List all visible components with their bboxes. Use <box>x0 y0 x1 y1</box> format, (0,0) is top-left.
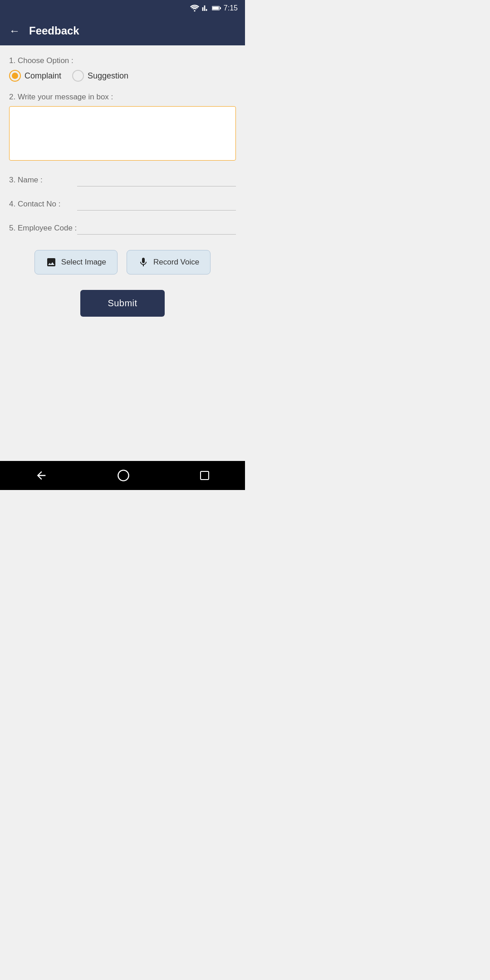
select-image-button[interactable]: Select Image <box>34 250 118 274</box>
signal-icon <box>202 5 209 12</box>
submit-button[interactable]: Submit <box>80 290 164 317</box>
section-message: 2. Write your message in box : <box>9 93 236 162</box>
nav-back-button[interactable] <box>35 469 48 482</box>
section-choose-option: 1. Choose Option : Complaint Suggestion <box>9 56 236 82</box>
submit-row: Submit <box>9 290 236 317</box>
nav-home-icon <box>117 469 130 482</box>
nav-back-icon <box>35 469 48 482</box>
section1-label: 1. Choose Option : <box>9 56 236 65</box>
status-time: 7:15 <box>224 4 238 12</box>
action-buttons-row: Select Image Record Voice <box>9 250 236 274</box>
radio-group: Complaint Suggestion <box>9 70 236 82</box>
select-image-label: Select Image <box>61 258 106 267</box>
employee-input[interactable] <box>77 221 236 235</box>
section-employee: 5. Employee Code : <box>9 221 236 235</box>
svg-rect-1 <box>220 7 221 9</box>
record-voice-button[interactable]: Record Voice <box>127 250 211 274</box>
complaint-radio[interactable] <box>9 70 21 82</box>
wifi-icon <box>190 5 199 12</box>
contact-label: 4. Contact No : <box>9 200 77 209</box>
battery-icon <box>212 5 221 11</box>
svg-rect-2 <box>212 7 219 10</box>
nav-recent-button[interactable] <box>199 470 210 481</box>
toolbar: ← Feedback <box>0 16 245 45</box>
nav-bar <box>0 461 245 490</box>
microphone-icon <box>138 257 149 268</box>
employee-label: 5. Employee Code : <box>9 224 77 233</box>
complaint-label: Complaint <box>24 71 61 81</box>
suggestion-radio[interactable] <box>72 70 84 82</box>
nav-recent-icon <box>199 470 210 481</box>
page-title: Feedback <box>29 24 79 37</box>
section-name: 3. Name : <box>9 173 236 186</box>
back-button[interactable]: ← <box>9 25 20 36</box>
section2-label: 2. Write your message in box : <box>9 93 236 102</box>
contact-input[interactable] <box>77 197 236 211</box>
status-icons: 7:15 <box>190 4 238 12</box>
complaint-option[interactable]: Complaint <box>9 70 61 82</box>
name-input[interactable] <box>77 173 236 186</box>
record-voice-label: Record Voice <box>153 258 199 267</box>
nav-home-button[interactable] <box>117 469 130 482</box>
section-contact: 4. Contact No : <box>9 197 236 211</box>
image-icon <box>46 257 57 268</box>
svg-rect-5 <box>201 471 209 480</box>
suggestion-option[interactable]: Suggestion <box>72 70 128 82</box>
form-content: 1. Choose Option : Complaint Suggestion … <box>0 45 245 461</box>
svg-point-4 <box>118 470 128 480</box>
name-label: 3. Name : <box>9 176 77 185</box>
suggestion-label: Suggestion <box>88 71 128 81</box>
message-input[interactable] <box>9 106 236 161</box>
status-bar: 7:15 <box>0 0 245 16</box>
